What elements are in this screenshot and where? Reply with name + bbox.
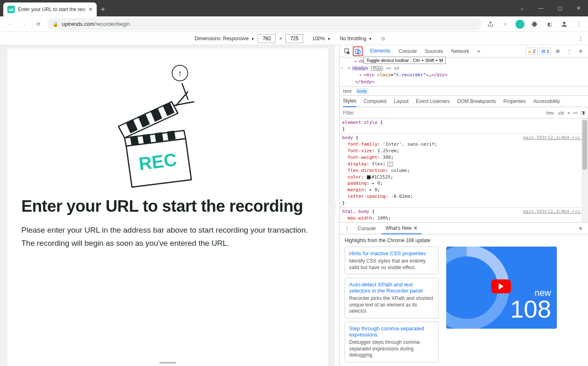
computed-toggle-icon[interactable]: ▭ [573, 110, 577, 115]
video-label-version: 108 [510, 298, 551, 320]
viewport-height-input[interactable] [285, 34, 303, 43]
share-icon[interactable] [485, 18, 496, 30]
messages-badge[interactable]: ▤1 [539, 48, 551, 55]
page-heading: Enter your URL to start the recording [21, 197, 314, 215]
subtab-styles[interactable]: Styles [343, 96, 356, 107]
play-icon [491, 279, 511, 293]
svg-marker-10 [131, 136, 138, 144]
subtab-dom-breakpoints[interactable]: DOM Breakpoints [457, 96, 496, 107]
devtools-panel: Toggle device toolbar - Ctrl + Shift + M… [339, 45, 588, 366]
window-titlebar: up Enter your URL to start the recor ✕ +… [0, 0, 588, 16]
drawer-tab-console[interactable]: Console [354, 223, 380, 234]
card-link[interactable]: Step through comma-separated expressions [349, 325, 424, 338]
hov-toggle[interactable]: :hov [545, 110, 554, 115]
tab-search-icon[interactable]: ⌄ [513, 0, 531, 16]
reload-button[interactable]: ⟳ [33, 18, 44, 30]
styles-pane[interactable]: element.style {} main.503c12…1c4b9.css:1… [340, 119, 588, 222]
window-maximize-icon[interactable]: ▢ [550, 0, 569, 16]
zoom-dropdown[interactable]: 100% ▼ [312, 36, 331, 41]
subtab-event-listeners[interactable]: Event Listeners [416, 96, 450, 107]
dimension-separator: × [279, 36, 282, 41]
extensions-icon[interactable] [529, 18, 540, 30]
page-paragraph: Please enter your URL in the address bar… [21, 224, 314, 250]
subtab-accessibility[interactable]: Accessibility [533, 96, 560, 107]
color-swatch[interactable] [367, 175, 371, 179]
card-body: Debugger steps through comma-separated e… [349, 339, 434, 359]
chrome-menu-icon[interactable]: ⋮ [573, 18, 585, 30]
css-source-link[interactable]: main.503c12…1c4b9.css:1 [523, 135, 586, 141]
card-body: Identify CSS styles that are entirely va… [349, 258, 434, 271]
settings-icon[interactable]: ⚙ [553, 46, 563, 56]
styles-scrollbar[interactable] [581, 119, 588, 222]
svg-marker-12 [155, 133, 163, 141]
card-link[interactable]: Auto-detect XPath and text selectors in … [349, 281, 423, 294]
new-rule-icon[interactable]: + [568, 110, 570, 115]
extension-uptrends-icon[interactable] [514, 18, 526, 30]
tab-elements[interactable]: Elements [366, 45, 395, 57]
window-close-icon[interactable]: ✕ [569, 0, 588, 16]
throttling-dropdown[interactable]: No throttling ▼ [340, 36, 372, 41]
warnings-badge[interactable]: ▲2 [525, 48, 538, 55]
forward-button[interactable]: → [18, 18, 30, 30]
omnibox[interactable]: 🔒 uptrends.com/recorder/begin [48, 18, 481, 30]
browser-tab[interactable]: up Enter your URL to start the recor ✕ [3, 2, 97, 16]
breadcrumb[interactable]: html body [340, 87, 588, 96]
rotate-icon[interactable]: ⊘ [381, 36, 385, 41]
resize-handle-horizontal[interactable] [159, 362, 176, 364]
device-toolbar-menu-icon[interactable]: ⋮ [577, 36, 585, 41]
tab-network[interactable]: Network [447, 45, 473, 57]
drawer-close-icon[interactable]: ✕ [576, 224, 586, 233]
back-button[interactable]: ← [3, 18, 15, 30]
device-toolbar-tooltip: Toggle device toolbar - Ctrl + Shift + M [363, 57, 446, 64]
card-body: Recorder picks the XPath and shortest un… [349, 295, 434, 315]
subtab-computed[interactable]: Computed [364, 96, 386, 107]
cls-toggle[interactable]: .cls [557, 110, 564, 115]
css-source-link[interactable]: main.503c12…1c4b9.css:1 [523, 208, 586, 215]
svg-marker-11 [143, 135, 150, 143]
whats-new-video[interactable]: new 108 [446, 247, 557, 329]
svg-line-3 [172, 102, 194, 106]
viewport-width-input[interactable] [258, 34, 276, 43]
address-bar: ← → ⟳ 🔒 uptrends.com/recorder/begin ☆ ◧ … [0, 16, 588, 32]
toggle-device-toolbar-icon[interactable] [353, 46, 363, 56]
profile-icon[interactable] [558, 18, 570, 30]
flex-editor-icon[interactable] [387, 162, 393, 167]
close-tab-icon[interactable]: ✕ [413, 225, 418, 231]
styles-filter-input[interactable] [340, 110, 542, 116]
svg-rect-17 [355, 49, 359, 53]
tab-close-icon[interactable]: ✕ [89, 7, 93, 12]
sidepanel-icon[interactable]: ◧ [544, 18, 555, 30]
styles-tabbar: Styles Computed Layout Event Listeners D… [340, 96, 588, 107]
window-minimize-icon[interactable]: ― [531, 0, 550, 16]
whats-new-card: Hints for inactive CSS properties Identi… [345, 247, 439, 274]
devtools-drawer: ⋮ Console What's New✕ ✕ Highlights from … [340, 222, 588, 366]
whats-new-card: Step through comma-separated expressions… [345, 322, 439, 362]
crumb-body[interactable]: body [356, 88, 369, 94]
tab-overflow-icon[interactable]: » [473, 45, 484, 57]
clapperboard-icon: REC [114, 77, 209, 188]
bookmark-icon[interactable]: ☆ [499, 18, 511, 30]
subtab-properties[interactable]: Properties [504, 96, 526, 107]
inspect-element-icon[interactable] [342, 46, 352, 56]
drawer-menu-icon[interactable]: ⋮ [342, 224, 352, 233]
dimensions-dropdown[interactable]: Dimensions: Responsive ▼ [195, 36, 254, 41]
devtools-menu-icon[interactable]: ⋮ [564, 46, 574, 56]
devtools-tabbar: Toggle device toolbar - Ctrl + Shift + M… [340, 45, 588, 57]
device-toolbar: Dimensions: Responsive ▼ × 100% ▼ No thr… [0, 32, 588, 45]
url-text: uptrends.com/recorder/begin [62, 21, 130, 27]
panel-resize-handle[interactable]: ⋮⋮ [335, 45, 339, 366]
drawer-tab-whats-new[interactable]: What's New✕ [381, 223, 422, 234]
tab-console[interactable]: Console [395, 45, 421, 57]
card-link[interactable]: Hints for inactive CSS properties [349, 250, 426, 256]
tab-sources[interactable]: Sources [421, 45, 447, 57]
tab-title: Enter your URL to start the recor [18, 7, 85, 12]
subtab-layout[interactable]: Layout [394, 96, 409, 107]
sidebar-toggle-icon[interactable]: ◨ [581, 110, 585, 115]
new-tab-button[interactable]: + [101, 5, 105, 14]
devtools-close-icon[interactable]: ✕ [576, 46, 586, 56]
emulated-viewport: ↑ [0, 45, 335, 366]
styles-filter-row: :hov .cls + ▭ ◨ [340, 107, 588, 119]
recorder-page: ↑ [7, 48, 328, 366]
whats-new-card: Auto-detect XPath and text selectors in … [345, 278, 439, 318]
crumb-html[interactable]: html [343, 89, 352, 94]
